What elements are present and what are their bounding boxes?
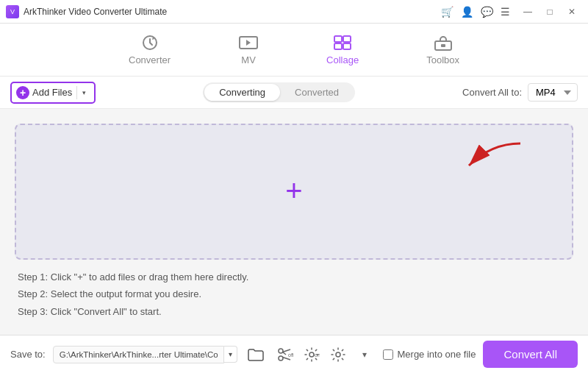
toolbox-icon: [433, 34, 453, 51]
convert-all-to-label: Convert All to:: [462, 87, 522, 98]
drop-zone-plus-icon: +: [285, 176, 302, 207]
main-content: + Step 1: Click "+" to add files or drag…: [0, 109, 588, 335]
title-bar-controls: — □ ✕: [517, 4, 582, 20]
converter-icon: [140, 34, 160, 51]
cart-icon[interactable]: 🛒: [441, 6, 453, 18]
app-title: ArkThinker Video Converter Ultimate: [24, 7, 167, 17]
step-2: Step 2: Select the output format you des…: [18, 285, 570, 302]
svg-rect-7: [441, 44, 445, 47]
svg-rect-4: [334, 43, 342, 49]
merge-checkbox[interactable]: [383, 349, 393, 360]
drop-zone[interactable]: +: [15, 124, 573, 260]
nav-label-converter: Converter: [129, 54, 171, 65]
maximize-button[interactable]: □: [539, 4, 560, 20]
svg-line-11: [282, 349, 290, 352]
path-dropdown-button[interactable]: ▾: [224, 346, 237, 363]
top-nav: Converter MV Collage: [0, 24, 588, 77]
bottom-icons: off on ▾: [274, 344, 376, 366]
mv-icon: [238, 34, 259, 51]
svg-text:on: on: [315, 352, 320, 358]
folder-icon[interactable]: [245, 344, 267, 366]
toolbar-row: + Add Files ▾ Converting Converted Conve…: [0, 77, 588, 109]
path-container: ▾: [53, 346, 237, 363]
svg-rect-3: [343, 36, 351, 42]
nav-item-collage[interactable]: Collage: [315, 28, 370, 71]
tab-converted[interactable]: Converted: [280, 84, 354, 101]
nav-item-converter[interactable]: Converter: [117, 28, 182, 71]
nav-label-mv: MV: [241, 54, 256, 65]
app-icon: V: [6, 5, 19, 18]
settings-icon[interactable]: on: [301, 344, 323, 366]
svg-point-17: [336, 352, 340, 357]
merge-label[interactable]: Merge into one file: [398, 349, 476, 360]
more-settings-icon[interactable]: [327, 344, 349, 366]
tabs-container: Converting Converted: [203, 82, 355, 102]
nav-label-collage: Collage: [326, 54, 359, 65]
menu-icon[interactable]: ☰: [501, 6, 510, 18]
svg-line-13: [282, 352, 286, 355]
nav-label-toolbox: Toolbox: [426, 54, 459, 65]
chat-icon[interactable]: 💬: [481, 6, 493, 18]
add-files-plus-icon: +: [16, 86, 29, 99]
nav-item-mv[interactable]: MV: [226, 28, 270, 71]
title-bar-left: V ArkThinker Video Converter Ultimate: [6, 5, 167, 18]
svg-text:off: off: [288, 352, 293, 358]
steps-section: Step 1: Click "+" to add files or drag t…: [15, 269, 573, 320]
step-3: Step 3: Click "Convert All" to start.: [18, 303, 570, 320]
save-path-input[interactable]: [53, 346, 224, 363]
arrow-icon: [425, 140, 528, 194]
collage-icon: [332, 34, 353, 51]
bottom-bar: Save to: ▾ off on: [0, 335, 588, 373]
nav-item-toolbox[interactable]: Toolbox: [415, 28, 471, 71]
cut-icon[interactable]: off: [274, 344, 296, 366]
user-icon[interactable]: 👤: [461, 6, 473, 18]
svg-rect-5: [343, 43, 351, 49]
svg-point-9: [279, 356, 283, 360]
title-bar: V ArkThinker Video Converter Ultimate 🛒 …: [0, 0, 588, 24]
add-files-label: Add Files: [32, 87, 72, 98]
add-files-button[interactable]: + Add Files ▾: [10, 82, 96, 104]
step-1: Step 1: Click "+" to add files or drag t…: [18, 269, 570, 285]
minimize-button[interactable]: —: [517, 4, 538, 20]
svg-point-15: [309, 352, 314, 357]
svg-line-12: [282, 357, 290, 360]
save-to-label: Save to:: [10, 349, 46, 360]
svg-rect-2: [334, 36, 342, 42]
tab-converting[interactable]: Converting: [204, 84, 280, 101]
more-options-icon[interactable]: ▾: [354, 344, 376, 366]
format-select[interactable]: MP4 AVI MOV MKV WMV: [528, 83, 578, 102]
convert-all-button[interactable]: Convert All: [483, 341, 578, 368]
title-icons: 🛒 👤 💬 ☰: [441, 6, 510, 18]
add-files-dropdown-icon[interactable]: ▾: [76, 86, 88, 99]
close-button[interactable]: ✕: [562, 4, 582, 20]
convert-all-to: Convert All to: MP4 AVI MOV MKV WMV: [462, 83, 578, 102]
merge-container: Merge into one file: [383, 349, 476, 360]
